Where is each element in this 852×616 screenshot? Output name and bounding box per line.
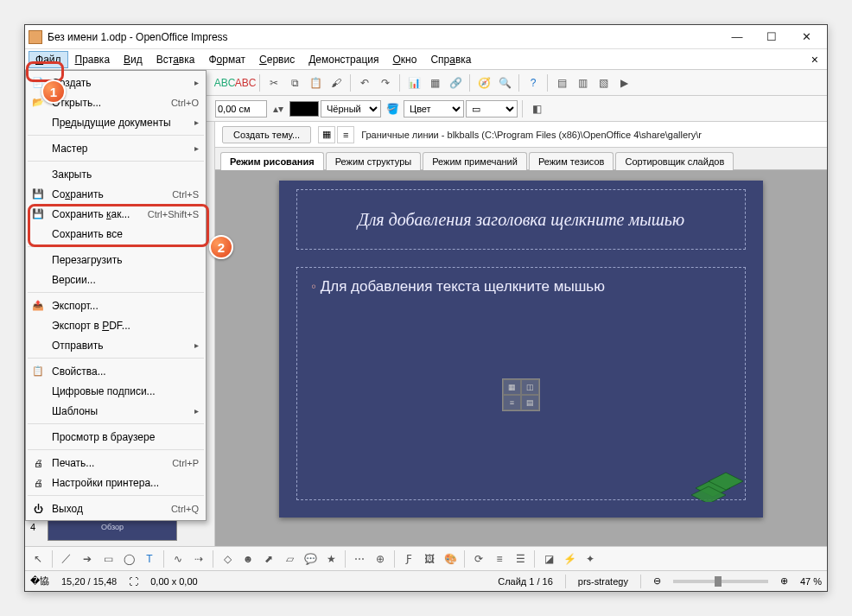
file-reload[interactable]: Перезагрузить: [26, 250, 206, 270]
zoom-in-icon[interactable]: ⊕: [780, 575, 788, 587]
tab-sorter[interactable]: Сортировщик слайдов: [615, 152, 734, 170]
file-export[interactable]: 📤Экспорт...: [26, 295, 206, 315]
menu-insert[interactable]: Вставка: [149, 51, 202, 68]
menu-slideshow[interactable]: Демонстрация: [302, 51, 385, 68]
close-button[interactable]: ✕: [789, 26, 823, 48]
slide-layout-icon[interactable]: ▥: [573, 73, 592, 92]
gallery-list-view-icon[interactable]: ≡: [337, 126, 354, 143]
new-theme-button[interactable]: Создать тему...: [222, 126, 311, 143]
line-color-select[interactable]: Чёрный: [321, 100, 381, 117]
arrange-icon[interactable]: ☰: [511, 549, 530, 568]
file-exportpdf[interactable]: Экспорт в PDF...: [26, 315, 206, 335]
text-icon[interactable]: T: [140, 549, 159, 568]
from-file-icon[interactable]: 🖼: [420, 549, 439, 568]
menu-file[interactable]: Файл: [29, 51, 68, 68]
file-digsig[interactable]: Цифровые подписи...: [26, 381, 206, 401]
menu-view[interactable]: Вид: [117, 51, 149, 68]
tab-outline[interactable]: Режим структуры: [326, 152, 422, 170]
file-open[interactable]: 📂Открыть...Ctrl+O: [26, 92, 206, 112]
file-save[interactable]: 💾СохранитьCtrl+S: [26, 184, 206, 204]
tab-handout[interactable]: Режим тезисов: [529, 152, 614, 170]
slideshow-icon[interactable]: ▶: [614, 73, 633, 92]
file-recent[interactable]: Предыдущие документы▸: [26, 112, 206, 132]
cut-icon[interactable]: ✂: [264, 73, 283, 92]
file-templates[interactable]: Шаблоны▸: [26, 401, 206, 421]
interaction-icon[interactable]: ⚡: [560, 549, 579, 568]
content-layout-icon[interactable]: ▦◫≡▤: [502, 378, 540, 411]
tab-drawing[interactable]: Режим рисования: [220, 152, 324, 170]
redo-icon[interactable]: ↷: [376, 73, 395, 92]
curve-icon[interactable]: ∿: [168, 549, 188, 568]
slide-design-icon[interactable]: ▧: [594, 73, 613, 92]
file-properties[interactable]: 📋Свойства...: [26, 361, 206, 381]
align-icon[interactable]: ≡: [490, 549, 509, 568]
line-color-swatch[interactable]: [289, 101, 319, 117]
spellcheck-auto-icon[interactable]: ABC: [236, 73, 255, 92]
file-printer-settings[interactable]: 🖨Настройки принтера...: [26, 473, 206, 492]
symbol-shapes-icon[interactable]: ☻: [238, 549, 258, 568]
line-width-input[interactable]: [215, 100, 267, 117]
fill-type-select[interactable]: Цвет: [404, 100, 464, 117]
maximize-button[interactable]: ☐: [754, 26, 789, 48]
slide[interactable]: Для добавления заголовка щелкните мышью …: [279, 181, 763, 518]
menu-help[interactable]: Справка: [423, 51, 478, 68]
hyperlink-icon[interactable]: 🔗: [446, 73, 465, 92]
file-print[interactable]: 🖨Печать...Ctrl+P: [26, 453, 206, 473]
gallery-icons-view-icon[interactable]: ▦: [318, 126, 335, 143]
flowchart-icon[interactable]: ▱: [280, 549, 299, 568]
stepper-icon[interactable]: ▴▾: [269, 99, 288, 118]
extrusion-icon[interactable]: ◪: [539, 549, 558, 568]
shadow-icon[interactable]: ◧: [527, 99, 546, 118]
file-browser-preview[interactable]: Просмотр в браузере: [26, 427, 206, 447]
fill-color-select[interactable]: ▭: [466, 100, 518, 117]
file-send[interactable]: Отправить▸: [26, 335, 206, 355]
minimize-button[interactable]: —: [720, 26, 754, 48]
block-arrows-icon[interactable]: ⬈: [259, 549, 278, 568]
connector-icon[interactable]: ⇢: [189, 549, 208, 568]
callouts-icon[interactable]: 💬: [301, 549, 320, 568]
help-icon[interactable]: ?: [524, 73, 543, 92]
glue-icon[interactable]: ⊕: [371, 549, 390, 568]
menu-window[interactable]: Окно: [385, 51, 423, 68]
select-icon[interactable]: ↖: [29, 549, 48, 568]
grid-icon[interactable]: ▤: [552, 73, 571, 92]
zoom-icon[interactable]: 🔍: [495, 73, 514, 92]
navigator-icon[interactable]: 🧭: [474, 73, 493, 92]
stars-icon[interactable]: ★: [321, 549, 340, 568]
menu-tools[interactable]: Сервис: [252, 51, 302, 68]
menu-format[interactable]: Формат: [201, 51, 252, 68]
file-wizard[interactable]: Мастер▸: [26, 138, 206, 158]
file-close[interactable]: Закрыть: [26, 164, 206, 184]
title-placeholder[interactable]: Для добавления заголовка щелкните мышью: [296, 189, 746, 250]
fill-bucket-icon[interactable]: 🪣: [383, 99, 402, 118]
menu-edit[interactable]: Правка: [68, 51, 118, 68]
points-icon[interactable]: ⋯: [350, 549, 369, 568]
spellcheck-abc-icon[interactable]: ABC: [215, 73, 234, 92]
tab-notes[interactable]: Режим примечаний: [423, 152, 527, 170]
arrow-icon[interactable]: ➔: [78, 549, 97, 568]
gallery-icon[interactable]: 🎨: [441, 549, 460, 568]
fontwork-icon[interactable]: Ƒ: [399, 549, 418, 568]
file-saveall[interactable]: Сохранить все: [26, 224, 206, 244]
rect-icon[interactable]: ▭: [99, 549, 118, 568]
file-new[interactable]: 📄Создать▸: [26, 73, 206, 92]
zoom-slider[interactable]: [673, 580, 768, 583]
zoom-out-icon[interactable]: ⊖: [653, 575, 661, 587]
ellipse-icon[interactable]: ◯: [119, 549, 138, 568]
table-icon[interactable]: ▦: [425, 73, 444, 92]
undo-icon[interactable]: ↶: [355, 73, 374, 92]
file-versions[interactable]: Версии...: [26, 270, 206, 289]
file-saveas[interactable]: 💾Сохранить как...Ctrl+Shift+S: [26, 204, 206, 224]
close-document-button[interactable]: ×: [806, 53, 823, 67]
file-exit[interactable]: ⏻ВыходCtrl+Q: [26, 499, 206, 518]
copy-icon[interactable]: ⧉: [285, 73, 304, 92]
canvas[interactable]: Для добавления заголовка щелкните мышью …: [215, 170, 827, 546]
basic-shapes-icon[interactable]: ◇: [218, 549, 237, 568]
animation-icon[interactable]: ✦: [581, 549, 600, 568]
content-placeholder[interactable]: Для добавления текста щелкните мышью ▦◫≡…: [296, 267, 746, 500]
chart-icon[interactable]: 📊: [404, 73, 423, 92]
paste-icon[interactable]: 📋: [306, 73, 325, 92]
format-brush-icon[interactable]: 🖌: [327, 73, 346, 92]
line-icon[interactable]: ／: [57, 549, 76, 568]
rotate-icon[interactable]: ⟳: [469, 549, 488, 568]
